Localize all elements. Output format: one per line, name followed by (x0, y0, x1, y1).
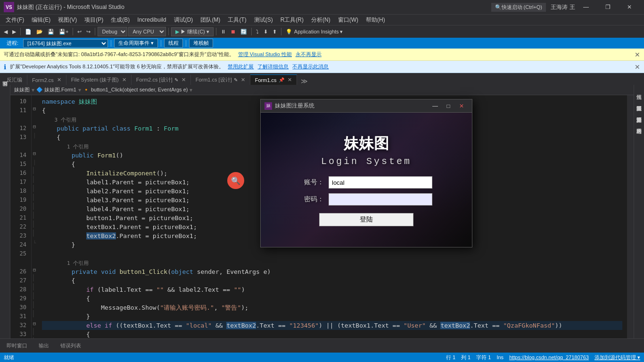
menu-file[interactable]: 文件(F) (2, 15, 28, 25)
menu-debug[interactable]: 调试(D) (170, 15, 197, 25)
error-list-tab[interactable]: 错误列表 (58, 340, 84, 351)
breadcrumb-method[interactable]: 🔸 button1_Click(object sender, EventArgs… (83, 87, 188, 93)
menu-edit[interactable]: 编辑(E) (28, 15, 54, 25)
menu-view[interactable]: 视图(V) (54, 15, 81, 25)
step-into-icon[interactable]: ⬇ (262, 28, 270, 36)
restore-button[interactable]: ❐ (597, 0, 619, 14)
pause-icon[interactable]: ⏸ (219, 28, 228, 35)
breadcrumb-sep-1: ▾ (32, 87, 34, 93)
collapse-btn[interactable]: ⊟ (32, 122, 37, 131)
forward-button[interactable]: ▶ (10, 28, 18, 36)
step-over-icon[interactable]: ⤵ (254, 28, 261, 35)
breadcrumb-class[interactable]: 🔷 妹妹图.Form1 (36, 86, 76, 93)
collapse-btn[interactable]: ⊟ (32, 319, 37, 328)
tab-fanhuibian[interactable]: 反汇编 (2, 74, 27, 85)
tab-bar: 反汇编 Form2.cs ✕ File System (妹子图) ✕ Form2… (0, 73, 644, 85)
step-out-icon[interactable]: ⬆ (271, 28, 279, 36)
menu-team[interactable]: 团队(M) (197, 15, 224, 25)
code-line-30: MessageBox.Show("请输入账号密码.", "警告"); (42, 303, 622, 312)
code-line-25 (42, 249, 622, 258)
source-control-link[interactable]: 添加到源代码管理 ▾ (594, 354, 640, 361)
collapse-btn[interactable]: ⊟ (32, 104, 37, 113)
redo-icon[interactable]: ↪ (84, 28, 92, 36)
line-num: 24 (10, 240, 26, 249)
line-num: 29 (10, 294, 26, 303)
line-num: 27 (10, 276, 26, 285)
dialog-app-title: 妹妹图 (344, 133, 389, 154)
quick-launch-box[interactable]: 🔍 快速启动 (Ctrl+Q) (491, 3, 546, 12)
undo-icon[interactable]: ↩ (75, 28, 83, 36)
never-show-link-1[interactable]: 永不再显示 (296, 51, 322, 58)
menu-project[interactable]: 项目(P) (81, 15, 107, 25)
breadcrumb-project[interactable]: 妹妹图 (14, 86, 30, 93)
tab-close-icon[interactable]: ✕ (182, 77, 186, 83)
dialog-content: 妹妹图 Login System 账号： 密码： 登陆 (261, 113, 472, 247)
immediate-window-tab[interactable]: 即时窗口 (4, 340, 30, 351)
tab-close-icon[interactable]: ✕ (288, 77, 292, 83)
login-dialog[interactable]: 妹 妹妹图注册系统 — □ ✕ 妹妹图 Login System (260, 99, 472, 247)
meimeitou-panel-tab[interactable]: 妹妹图 (0, 87, 10, 94)
new-project-icon[interactable]: 📄 (23, 28, 33, 36)
stop-icon[interactable]: ⏹ (229, 28, 238, 35)
menu-rtools[interactable]: R工具(R) (277, 15, 307, 25)
restart-icon[interactable]: 🔄 (239, 28, 249, 36)
tab-form1cs[interactable]: Form1.cs 📌 ✕ (250, 74, 297, 85)
save-icon[interactable]: 💾 (46, 28, 56, 36)
code-line-31: } (42, 312, 622, 321)
dialog-minimize-btn[interactable]: — (429, 101, 442, 111)
menu-incredibuild[interactable]: Incredibuild (133, 16, 170, 24)
password-input[interactable] (329, 193, 432, 206)
menu-build[interactable]: 生成(B) (107, 15, 133, 25)
manage-vs-perf-link[interactable]: 管理 Visual Studio 性能 (238, 51, 292, 58)
line-num: 18 (10, 187, 26, 196)
open-icon[interactable]: 📂 (34, 28, 45, 36)
dialog-restore-btn[interactable]: □ (442, 101, 455, 111)
tab-form1design[interactable]: Form1.cs [设计] ✎ ✕ (191, 74, 250, 85)
learn-more-link[interactable]: 了解详细信息 (257, 63, 289, 70)
new-tab-button[interactable]: ≫ (298, 77, 311, 85)
tab-close-icon[interactable]: ✕ (122, 77, 126, 83)
thread-button[interactable]: 线程 (164, 39, 183, 48)
tab-form2design[interactable]: Form2.cs [设计] ✎ ✕ (132, 74, 191, 85)
collapse-btn[interactable]: ⊟ (32, 149, 37, 158)
solution-explorer-panel-tab[interactable]: 解决方案资源管理器 (634, 109, 644, 117)
play-icon: ▶ (175, 29, 179, 35)
properties-panel-tab[interactable]: 属性 (634, 87, 644, 94)
debug-config-combo[interactable]: Debug (98, 27, 127, 36)
output-tab[interactable]: 输出 (36, 340, 52, 351)
dialog-close-btn[interactable]: ✕ (455, 101, 468, 111)
app-insights-button[interactable]: 💡 Application Insights ▾ (286, 29, 343, 35)
info-bar-2-close[interactable]: ✕ (635, 63, 640, 71)
dont-show-link[interactable]: 不再显示此消息 (292, 63, 329, 70)
call-hierarchy-panel-tab[interactable]: 调用层次结构 (634, 121, 644, 128)
platform-combo[interactable]: Any CPU (128, 27, 166, 36)
disable-extension-link[interactable]: 禁用此扩展 (228, 63, 254, 70)
lifecycle-button[interactable]: 生命周期事件 ▾ (114, 39, 158, 48)
back-button[interactable]: ◀ (2, 28, 9, 36)
csdn-link[interactable]: https://blog.csdn.net/qq_27180763 (509, 354, 589, 360)
modified-indicator: ✎ (174, 77, 178, 82)
stack-button[interactable]: 堆栈帧 (189, 39, 213, 48)
close-button[interactable]: ✕ (619, 0, 640, 14)
team-explorer-panel-tab[interactable]: 团队资源管理器 (634, 98, 644, 106)
menu-tools[interactable]: 工具(T) (224, 15, 250, 25)
user-area: 王海涛 王 (551, 3, 575, 11)
save-all-icon[interactable]: 💾+ (57, 28, 70, 36)
user-icon: 王 (570, 3, 575, 11)
tab-close-icon[interactable]: ✕ (57, 77, 61, 83)
info-bar-1-close[interactable]: ✕ (635, 51, 640, 58)
menu-analyze[interactable]: 分析(N) (307, 15, 334, 25)
minimize-button[interactable]: — (575, 0, 597, 14)
process-combo[interactable]: [16764] 妹妹图.exe (23, 39, 108, 48)
menu-help[interactable]: 帮助(H) (362, 15, 389, 25)
username-input[interactable] (329, 176, 432, 189)
collapse-btn[interactable]: ⊟ (32, 265, 37, 274)
tab-close-icon[interactable]: ✕ (241, 77, 245, 83)
tab-form2cs[interactable]: Form2.cs ✕ (27, 74, 66, 85)
tab-filesystem[interactable]: File System (妹子图) ✕ (66, 74, 132, 85)
menu-window[interactable]: 窗口(W) (334, 15, 362, 25)
login-button[interactable]: 登陆 (319, 213, 413, 226)
continue-button[interactable]: ▶ ▶ 继续(C) ▾ (171, 27, 213, 36)
editor-scrollbar[interactable] (627, 95, 634, 338)
menu-test[interactable]: 测试(S) (250, 15, 277, 25)
